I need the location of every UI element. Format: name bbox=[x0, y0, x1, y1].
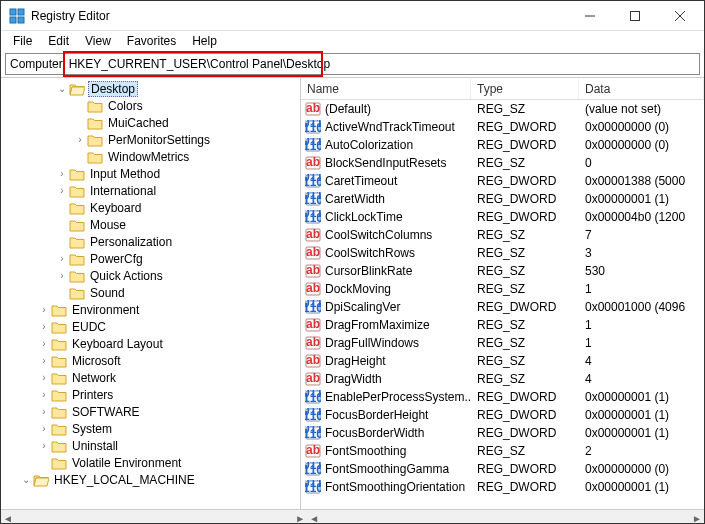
tree-node[interactable]: Volatile Environment bbox=[1, 454, 300, 471]
value-name: DragFromMaximize bbox=[325, 318, 430, 332]
tree-node[interactable]: ›PowerCfg bbox=[1, 250, 300, 267]
string-value-icon bbox=[305, 318, 321, 332]
tree-node[interactable]: ⌄HKEY_LOCAL_MACHINE bbox=[1, 471, 300, 488]
tree-node[interactable]: Sound bbox=[1, 284, 300, 301]
list-row[interactable]: FontSmoothingOrientationREG_DWORD0x00000… bbox=[301, 478, 704, 496]
list-row[interactable]: CaretWidthREG_DWORD0x00000001 (1) bbox=[301, 190, 704, 208]
chevron-right-icon[interactable]: › bbox=[37, 406, 51, 417]
tree-node[interactable]: ›International bbox=[1, 182, 300, 199]
chevron-down-icon[interactable]: ⌄ bbox=[19, 474, 33, 485]
list-row[interactable]: DpiScalingVerREG_DWORD0x00001000 (4096 bbox=[301, 298, 704, 316]
list-row[interactable]: CoolSwitchColumnsREG_SZ7 bbox=[301, 226, 704, 244]
close-button[interactable] bbox=[657, 2, 702, 30]
value-name: FontSmoothingGamma bbox=[325, 462, 449, 476]
chevron-right-icon[interactable]: › bbox=[37, 338, 51, 349]
chevron-right-icon[interactable]: › bbox=[37, 423, 51, 434]
tree-node[interactable]: ›System bbox=[1, 420, 300, 437]
tree-node[interactable]: ›Printers bbox=[1, 386, 300, 403]
list-row[interactable]: AutoColorizationREG_DWORD0x00000000 (0) bbox=[301, 136, 704, 154]
menu-edit[interactable]: Edit bbox=[40, 32, 77, 50]
tree-node[interactable]: ›EUDC bbox=[1, 318, 300, 335]
chevron-right-icon[interactable]: › bbox=[55, 270, 69, 281]
list-row[interactable]: FontSmoothingREG_SZ2 bbox=[301, 442, 704, 460]
value-name: AutoColorization bbox=[325, 138, 413, 152]
chevron-down-icon[interactable]: ⌄ bbox=[55, 83, 69, 94]
chevron-right-icon[interactable]: › bbox=[37, 372, 51, 383]
menu-view[interactable]: View bbox=[77, 32, 119, 50]
address-input[interactable] bbox=[67, 55, 699, 73]
folder-icon bbox=[51, 422, 67, 436]
menu-file[interactable]: File bbox=[5, 32, 40, 50]
tree-node[interactable]: ›Input Method bbox=[1, 165, 300, 182]
value-name: DragHeight bbox=[325, 354, 386, 368]
list-row[interactable]: DockMovingREG_SZ1 bbox=[301, 280, 704, 298]
chevron-right-icon[interactable]: › bbox=[37, 304, 51, 315]
folder-icon bbox=[69, 269, 85, 283]
tree-node[interactable]: MuiCached bbox=[1, 114, 300, 131]
value-type: REG_DWORD bbox=[471, 390, 579, 404]
list-row[interactable]: BlockSendInputResetsREG_SZ0 bbox=[301, 154, 704, 172]
value-name: DragFullWindows bbox=[325, 336, 419, 350]
tree-node[interactable]: ⌄Desktop bbox=[1, 80, 300, 97]
list-row[interactable]: DragHeightREG_SZ4 bbox=[301, 352, 704, 370]
maximize-button[interactable] bbox=[612, 2, 657, 30]
tree-node[interactable]: ›SOFTWARE bbox=[1, 403, 300, 420]
h-scrollbar-right[interactable]: ◄► bbox=[307, 510, 704, 524]
chevron-right-icon[interactable]: › bbox=[73, 134, 87, 145]
value-name: FocusBorderWidth bbox=[325, 426, 424, 440]
chevron-right-icon[interactable]: › bbox=[37, 321, 51, 332]
tree-node-label: SOFTWARE bbox=[70, 405, 142, 419]
tree-node[interactable]: ›Keyboard Layout bbox=[1, 335, 300, 352]
folder-icon bbox=[69, 286, 85, 300]
list-pane[interactable]: Name Type Data (Default)REG_SZ(value not… bbox=[301, 78, 704, 509]
h-scrollbar-left[interactable]: ◄► bbox=[1, 510, 307, 524]
folder-icon bbox=[51, 456, 67, 470]
list-row[interactable]: ClickLockTimeREG_DWORD0x000004b0 (1200 bbox=[301, 208, 704, 226]
tree-node[interactable]: Keyboard bbox=[1, 199, 300, 216]
chevron-right-icon[interactable]: › bbox=[55, 253, 69, 264]
chevron-right-icon[interactable]: › bbox=[37, 389, 51, 400]
list-row[interactable]: DragFullWindowsREG_SZ1 bbox=[301, 334, 704, 352]
tree-node[interactable]: ›PerMonitorSettings bbox=[1, 131, 300, 148]
list-row[interactable]: FocusBorderHeightREG_DWORD0x00000001 (1) bbox=[301, 406, 704, 424]
tree-node[interactable]: ›Quick Actions bbox=[1, 267, 300, 284]
list-row[interactable]: DragFromMaximizeREG_SZ1 bbox=[301, 316, 704, 334]
value-name: CaretWidth bbox=[325, 192, 385, 206]
tree-pane[interactable]: ⌄DesktopColorsMuiCached›PerMonitorSettin… bbox=[1, 78, 301, 509]
chevron-right-icon[interactable]: › bbox=[37, 355, 51, 366]
minimize-button[interactable] bbox=[567, 2, 612, 30]
value-type: REG_SZ bbox=[471, 246, 579, 260]
binary-value-icon bbox=[305, 390, 321, 404]
value-data: 0x00000000 (0) bbox=[579, 120, 704, 134]
tree-node[interactable]: WindowMetrics bbox=[1, 148, 300, 165]
col-type[interactable]: Type bbox=[471, 79, 579, 99]
col-data[interactable]: Data bbox=[579, 79, 704, 99]
tree-node[interactable]: Colors bbox=[1, 97, 300, 114]
list-row[interactable]: CursorBlinkRateREG_SZ530 bbox=[301, 262, 704, 280]
list-row[interactable]: FocusBorderWidthREG_DWORD0x00000001 (1) bbox=[301, 424, 704, 442]
menu-help[interactable]: Help bbox=[184, 32, 225, 50]
list-row[interactable]: ActiveWndTrackTimeoutREG_DWORD0x00000000… bbox=[301, 118, 704, 136]
folder-icon bbox=[69, 218, 85, 232]
tree-node[interactable]: ›Environment bbox=[1, 301, 300, 318]
list-row[interactable]: FontSmoothingGammaREG_DWORD0x00000000 (0… bbox=[301, 460, 704, 478]
list-row[interactable]: CaretTimeoutREG_DWORD0x00001388 (5000 bbox=[301, 172, 704, 190]
binary-value-icon bbox=[305, 138, 321, 152]
list-row[interactable]: DragWidthREG_SZ4 bbox=[301, 370, 704, 388]
menu-favorites[interactable]: Favorites bbox=[119, 32, 184, 50]
chevron-right-icon[interactable]: › bbox=[55, 185, 69, 196]
value-data: 0x00000001 (1) bbox=[579, 480, 704, 494]
list-row[interactable]: EnablePerProcessSystem...REG_DWORD0x0000… bbox=[301, 388, 704, 406]
list-row[interactable]: (Default)REG_SZ(value not set) bbox=[301, 100, 704, 118]
chevron-right-icon[interactable]: › bbox=[55, 168, 69, 179]
tree-node-label: Printers bbox=[70, 388, 115, 402]
tree-node[interactable]: ›Microsoft bbox=[1, 352, 300, 369]
chevron-right-icon[interactable]: › bbox=[37, 440, 51, 451]
tree-node[interactable]: Personalization bbox=[1, 233, 300, 250]
value-type: REG_DWORD bbox=[471, 480, 579, 494]
list-row[interactable]: CoolSwitchRowsREG_SZ3 bbox=[301, 244, 704, 262]
tree-node[interactable]: Mouse bbox=[1, 216, 300, 233]
tree-node[interactable]: ›Uninstall bbox=[1, 437, 300, 454]
col-name[interactable]: Name bbox=[301, 79, 471, 99]
tree-node[interactable]: ›Network bbox=[1, 369, 300, 386]
